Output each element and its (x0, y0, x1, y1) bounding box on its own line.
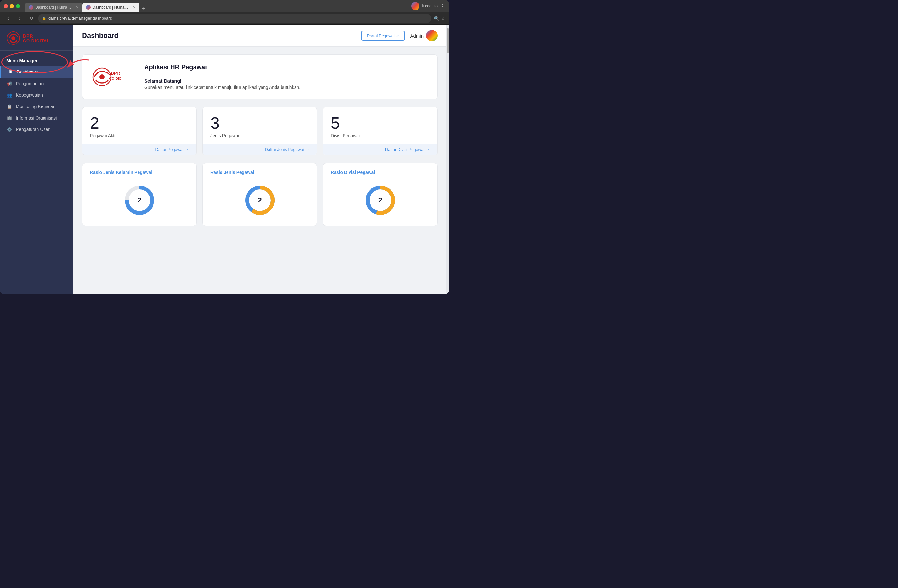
sidebar-item-pengumuman-label: Pengumuman (16, 81, 43, 86)
app-title: Aplikasi HR Pegawai (144, 63, 300, 71)
sidebar-item-monitoring-label: Monitoring Kegiatan (16, 104, 55, 109)
chart-title-1: Rasio Jenis Pegawai (211, 170, 309, 175)
stat-card-pegawai-aktif: 2 Pegawai Aktif Daftar Pegawai → (82, 107, 197, 155)
chart-card-jenis-pegawai: Rasio Jenis Pegawai 2 (202, 163, 317, 226)
lock-icon: 🔒 (42, 16, 46, 20)
stat-link-2[interactable]: Daftar Divisi Pegawai → (323, 144, 437, 155)
forward-button[interactable]: › (15, 14, 24, 23)
logo-go-digital: GO DIGITAL (23, 38, 50, 43)
welcome-divider (132, 64, 133, 89)
svg-point-1 (11, 36, 15, 40)
chart-container-0: 2 (90, 181, 189, 219)
browser-window: Dashboard | Human Resource ✕ Dashboard |… (0, 0, 449, 294)
header-right: Portal Pegawai ↗ Admin (361, 30, 438, 41)
menu-manager-label: Menu Manager (0, 54, 73, 66)
logo-image: BPR GO DIGITAL (6, 31, 67, 45)
admin-name: Admin (410, 33, 424, 38)
charts-row: Rasio Jenis Kelamin Pegawai 2 (82, 163, 438, 226)
url-text: dams.creva.id/manager/dashboard (48, 16, 112, 21)
chart-title-0: Rasio Jenis Kelamin Pegawai (90, 170, 189, 175)
chart-container-2: 2 (331, 181, 430, 219)
logo-text: BPR GO DIGITAL (23, 33, 50, 43)
scrollbar-thumb[interactable] (447, 28, 449, 53)
main-content: Dashboard Portal Pegawai ↗ Admin (73, 25, 446, 294)
stat-label-1: Jenis Pegawai (211, 133, 309, 138)
stat-label-2: Divisi Pegawai (331, 133, 430, 138)
bpr-logo-icon (6, 31, 20, 45)
admin-info: Admin (410, 30, 438, 41)
sidebar-item-informasi-organisasi[interactable]: 🏢 Informasi Organisasi (0, 112, 73, 124)
kepegawaian-icon: 👥 (6, 93, 13, 98)
tab-2-label: Dashboard | Human Resource (92, 5, 130, 9)
tab-2-icon (86, 5, 91, 9)
sidebar-item-informasi-label: Informasi Organisasi (16, 115, 57, 120)
sidebar: BPR GO DIGITAL Menu Manager (0, 25, 73, 294)
address-bar: ‹ › ↻ 🔒 dams.creva.id/manager/dashboard … (0, 12, 449, 25)
welcome-card: BPR GO DIGITAL Aplikasi HR Pegawai Selam… (82, 54, 438, 99)
stat-link-1[interactable]: Daftar Jenis Pegawai → (203, 144, 317, 155)
content-area[interactable]: BPR GO DIGITAL Aplikasi HR Pegawai Selam… (73, 47, 446, 294)
back-button[interactable]: ‹ (4, 14, 13, 23)
tab-2-close[interactable]: ✕ (133, 5, 136, 9)
tab-1[interactable]: Dashboard | Human Resource ✕ (25, 3, 82, 12)
tab-1-label: Dashboard | Human Resource (35, 5, 72, 9)
sidebar-item-monitoring-kegiatan[interactable]: 📋 Monitoring Kegiatan (0, 101, 73, 112)
traffic-lights (4, 4, 20, 8)
browser-menu-button[interactable]: ⋮ (440, 3, 445, 9)
stats-row: 2 Pegawai Aktif Daftar Pegawai → 3 Jenis… (82, 107, 438, 155)
stat-label-0: Pegawai Aktif (90, 133, 189, 138)
chart-card-jenis-kelamin: Rasio Jenis Kelamin Pegawai 2 (82, 163, 197, 226)
svg-point-4 (100, 74, 105, 80)
logo-bpr: BPR (23, 33, 50, 38)
pengumuman-icon: 📢 (6, 82, 13, 86)
chart-title-2: Rasio Divisi Pegawai (331, 170, 430, 175)
svg-text:BPR: BPR (111, 71, 120, 75)
close-button[interactable] (4, 4, 8, 8)
sidebar-item-dashboard[interactable]: ▣ Dashboard (0, 66, 73, 78)
donut-chart-2: 2 (363, 183, 398, 218)
scrollbar-track[interactable] (446, 25, 449, 294)
sidebar-item-kepegawaian[interactable]: 👥 Kepegawaian (0, 89, 73, 101)
tab-1-close[interactable]: ✕ (75, 5, 78, 9)
stat-number-0: 2 (90, 115, 189, 131)
menu-manager-wrapper: Menu Manager (0, 54, 73, 66)
tab-1-icon (29, 5, 33, 9)
address-end-icons: 🔍 ☆ (434, 16, 445, 21)
pengaturan-icon: ⚙️ (6, 127, 13, 132)
url-bar[interactable]: 🔒 dams.creva.id/manager/dashboard (38, 14, 431, 23)
sidebar-item-dashboard-label: Dashboard (17, 69, 39, 74)
sidebar-item-kepegawaian-label: Kepegawaian (16, 92, 43, 98)
welcome-text: Aplikasi HR Pegawai Selamat Datang! Guna… (144, 63, 300, 90)
welcome-bpr-logo: BPR GO DIGITAL (92, 66, 121, 88)
dashboard-icon: ▣ (7, 69, 14, 75)
sidebar-menu: Menu Manager (0, 51, 73, 139)
chart-container-1: 2 (211, 181, 309, 219)
profile-avatar[interactable] (411, 2, 420, 10)
informasi-icon: 🏢 (6, 116, 13, 120)
sidebar-item-pengaturan-label: Pengaturan User (16, 127, 49, 132)
chart-card-divisi-pegawai: Rasio Divisi Pegawai 2 (323, 163, 438, 226)
welcome-subtitle: Selamat Datang! (144, 78, 300, 83)
new-tab-button[interactable]: + (140, 5, 148, 12)
portal-pegawai-label: Portal Pegawai ↗ (367, 33, 399, 38)
stat-card-divisi-pegawai: 5 Divisi Pegawai Daftar Divisi Pegawai → (323, 107, 438, 155)
donut-center-1: 2 (258, 196, 261, 205)
minimize-button[interactable] (10, 4, 14, 8)
tab-2[interactable]: Dashboard | Human Resource ✕ (82, 3, 140, 12)
stat-link-0[interactable]: Daftar Pegawai → (82, 144, 196, 155)
browser-end-buttons: Incognito ⋮ (411, 2, 445, 10)
maximize-button[interactable] (16, 4, 20, 8)
sidebar-item-pengaturan-user[interactable]: ⚙️ Pengaturan User (0, 124, 73, 135)
welcome-logo-inner: BPR GO DIGITAL (92, 66, 121, 88)
page-title: Dashboard (82, 31, 118, 40)
search-icon[interactable]: 🔍 (434, 16, 439, 21)
welcome-logo: BPR GO DIGITAL (92, 66, 121, 88)
reload-button[interactable]: ↻ (27, 14, 35, 23)
portal-pegawai-button[interactable]: Portal Pegawai ↗ (361, 31, 405, 41)
sidebar-item-pengumuman[interactable]: 📢 Pengumuman (0, 78, 73, 89)
admin-avatar[interactable] (426, 30, 438, 41)
star-icon[interactable]: ☆ (441, 16, 445, 21)
stat-number-1: 3 (211, 115, 309, 131)
svg-text:GO DIGITAL: GO DIGITAL (109, 77, 121, 80)
welcome-description: Gunakan menu atau link cepat untuk menuj… (144, 85, 300, 90)
